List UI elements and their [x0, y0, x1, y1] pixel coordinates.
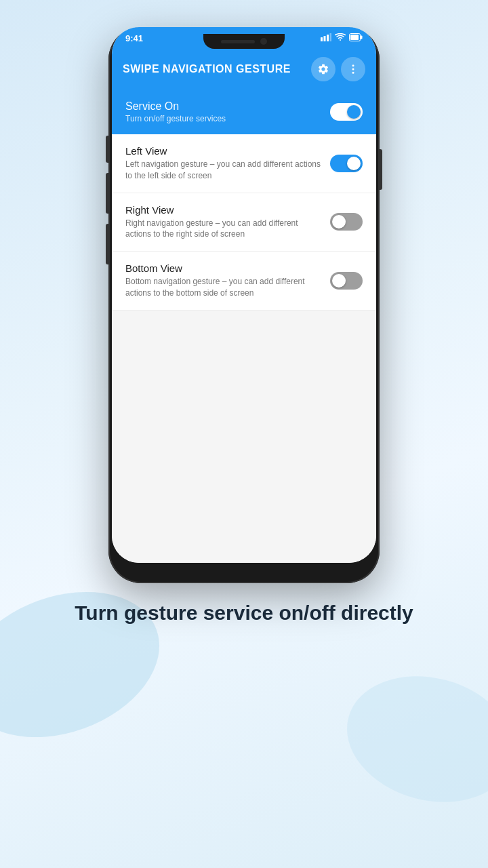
bottom-view-toggle[interactable]: [330, 272, 363, 290]
svg-point-8: [352, 68, 354, 71]
volume-down-button: [106, 224, 108, 264]
service-card: Service On Turn on/off gesture services: [112, 90, 376, 134]
more-options-button[interactable]: [341, 57, 365, 81]
left-view-item[interactable]: Left View Left navigation gesture – you …: [112, 134, 376, 193]
bottom-view-info: Bottom View Bottom navigation gesture – …: [125, 262, 322, 299]
bottom-view-title: Bottom View: [125, 262, 322, 274]
left-view-title: Left View: [125, 145, 322, 157]
status-time: 9:41: [125, 33, 143, 43]
signal-icon: [321, 33, 331, 43]
phone-screen: 9:41: [112, 27, 376, 563]
bottom-caption: Turn gesture service on/off directly: [34, 599, 454, 626]
background-blob-1: [0, 566, 180, 764]
svg-rect-0: [321, 37, 323, 41]
bottom-view-desc: Bottom navigation gesture – you can add …: [125, 276, 322, 299]
service-info: Service On Turn on/off gesture services: [125, 100, 330, 123]
service-title: Service On: [125, 100, 330, 113]
mute-button: [106, 136, 108, 163]
right-view-title: Right View: [125, 204, 322, 216]
svg-point-7: [352, 64, 354, 66]
service-subtitle: Turn on/off gesture services: [125, 114, 330, 123]
right-view-item[interactable]: Right View Right navigation gesture – yo…: [112, 193, 376, 252]
settings-list: Left View Left navigation gesture – you …: [112, 134, 376, 563]
right-view-info: Right View Right navigation gesture – yo…: [125, 204, 322, 241]
right-view-desc: Right navigation gesture – you can add d…: [125, 218, 322, 241]
svg-point-9: [352, 72, 354, 74]
volume-up-button: [106, 173, 108, 214]
speaker: [221, 40, 255, 43]
front-camera: [260, 38, 267, 45]
left-view-toggle-thumb: [347, 157, 361, 170]
background-blob-2: [333, 658, 488, 821]
svg-rect-5: [350, 35, 359, 40]
phone-notch: [203, 34, 285, 49]
power-button: [380, 149, 382, 190]
caption-text: Turn gesture service on/off directly: [75, 599, 413, 626]
battery-icon: [349, 33, 363, 43]
service-toggle[interactable]: [330, 103, 363, 121]
settings-button[interactable]: [311, 57, 336, 81]
bottom-view-item[interactable]: Bottom View Bottom navigation gesture – …: [112, 252, 376, 311]
phone-frame: 9:41: [108, 27, 380, 583]
app-bar: SWIPE NAVIGATION GESTURE: [112, 49, 376, 90]
svg-rect-2: [327, 35, 329, 41]
service-toggle-thumb: [347, 105, 361, 119]
left-view-desc: Left navigation gesture – you can add di…: [125, 159, 322, 182]
app-title: SWIPE NAVIGATION GESTURE: [123, 63, 291, 75]
left-view-info: Left View Left navigation gesture – you …: [125, 145, 322, 182]
status-icons: [321, 33, 363, 43]
svg-rect-6: [361, 36, 363, 39]
left-view-toggle[interactable]: [330, 155, 363, 172]
svg-rect-1: [324, 36, 326, 41]
bottom-view-toggle-thumb: [332, 274, 346, 288]
right-view-toggle[interactable]: [330, 213, 363, 231]
svg-rect-3: [330, 33, 332, 41]
app-bar-actions: [311, 57, 365, 81]
wifi-icon: [335, 33, 346, 43]
